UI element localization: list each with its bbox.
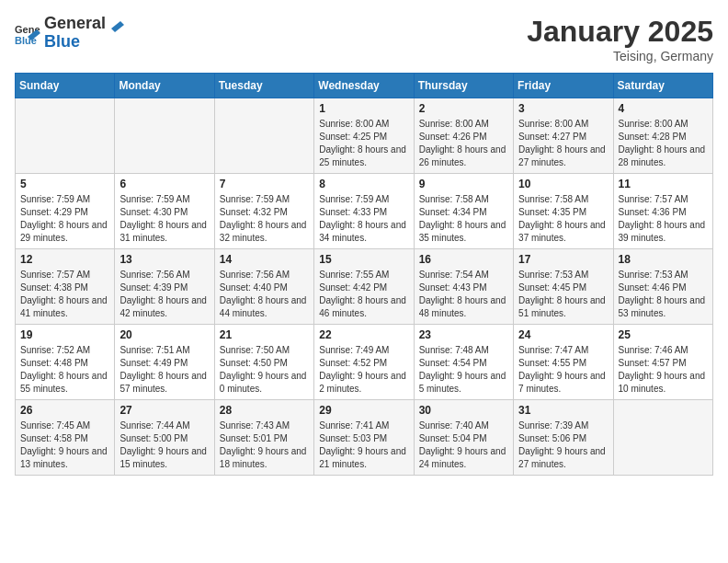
day-cell: 27Sunrise: 7:44 AMSunset: 5:00 PMDayligh… <box>115 400 214 476</box>
day-info: Sunrise: 7:51 AMSunset: 4:49 PMDaylight:… <box>119 344 209 396</box>
day-number: 12 <box>20 253 109 266</box>
day-number: 26 <box>20 404 109 417</box>
week-row-2: 5Sunrise: 7:59 AMSunset: 4:29 PMDaylight… <box>16 174 713 249</box>
day-cell: 20Sunrise: 7:51 AMSunset: 4:49 PMDayligh… <box>115 325 214 400</box>
day-number: 18 <box>619 253 708 266</box>
day-cell: 29Sunrise: 7:41 AMSunset: 5:03 PMDayligh… <box>314 400 414 476</box>
day-info: Sunrise: 7:55 AMSunset: 4:42 PMDaylight:… <box>319 269 408 320</box>
day-info: Sunrise: 8:00 AMSunset: 4:26 PMDaylight:… <box>419 118 508 169</box>
week-row-1: 1Sunrise: 8:00 AMSunset: 4:25 PMDaylight… <box>16 98 713 174</box>
day-info: Sunrise: 7:57 AMSunset: 4:38 PMDaylight:… <box>20 269 109 320</box>
day-cell: 10Sunrise: 7:58 AMSunset: 4:35 PMDayligh… <box>514 174 613 249</box>
day-number: 19 <box>20 328 109 341</box>
day-cell <box>115 98 214 174</box>
day-cell: 16Sunrise: 7:54 AMSunset: 4:43 PMDayligh… <box>414 249 513 325</box>
day-number: 8 <box>319 178 408 190</box>
day-info: Sunrise: 7:56 AMSunset: 4:39 PMDaylight:… <box>119 269 209 320</box>
day-info: Sunrise: 7:59 AMSunset: 4:32 PMDaylight:… <box>220 193 309 245</box>
day-number: 11 <box>619 178 708 190</box>
day-cell: 25Sunrise: 7:46 AMSunset: 4:57 PMDayligh… <box>613 325 712 400</box>
day-info: Sunrise: 7:59 AMSunset: 4:30 PMDaylight:… <box>119 193 209 245</box>
day-cell: 24Sunrise: 7:47 AMSunset: 4:55 PMDayligh… <box>514 325 613 400</box>
svg-text:Blue: Blue <box>15 35 37 46</box>
day-info: Sunrise: 7:39 AMSunset: 5:06 PMDaylight:… <box>518 419 608 471</box>
logo-text-general: General <box>44 15 106 33</box>
day-cell: 17Sunrise: 7:53 AMSunset: 4:45 PMDayligh… <box>514 249 613 325</box>
day-number: 3 <box>518 102 608 115</box>
calendar-table: SundayMondayTuesdayWednesdayThursdayFrid… <box>15 73 713 476</box>
week-row-4: 19Sunrise: 7:52 AMSunset: 4:48 PMDayligh… <box>16 325 713 400</box>
svg-marker-3 <box>111 21 124 32</box>
location: Teising, Germany <box>527 49 713 63</box>
week-row-5: 26Sunrise: 7:45 AMSunset: 4:58 PMDayligh… <box>16 400 713 476</box>
logo-icon: General Blue <box>15 20 40 46</box>
logo: General Blue General Blue <box>15 15 124 52</box>
logo-text-blue: Blue <box>44 33 124 52</box>
day-number: 2 <box>419 102 508 115</box>
day-number: 17 <box>518 253 608 266</box>
day-info: Sunrise: 7:58 AMSunset: 4:35 PMDaylight:… <box>518 193 608 245</box>
day-number: 16 <box>419 253 508 266</box>
day-info: Sunrise: 7:47 AMSunset: 4:55 PMDaylight:… <box>518 344 608 396</box>
day-cell: 19Sunrise: 7:52 AMSunset: 4:48 PMDayligh… <box>16 325 115 400</box>
day-number: 6 <box>119 178 209 190</box>
day-cell: 4Sunrise: 8:00 AMSunset: 4:28 PMDaylight… <box>613 98 712 174</box>
day-info: Sunrise: 7:53 AMSunset: 4:45 PMDaylight:… <box>518 269 608 320</box>
day-cell: 7Sunrise: 7:59 AMSunset: 4:32 PMDaylight… <box>214 174 313 249</box>
day-cell: 28Sunrise: 7:43 AMSunset: 5:01 PMDayligh… <box>214 400 313 476</box>
day-number: 20 <box>119 328 209 341</box>
day-number: 23 <box>419 328 508 341</box>
weekday-header-thursday: Thursday <box>414 74 513 98</box>
day-number: 15 <box>319 253 408 266</box>
day-info: Sunrise: 7:48 AMSunset: 4:54 PMDaylight:… <box>419 344 508 396</box>
day-number: 29 <box>319 404 408 417</box>
day-info: Sunrise: 7:46 AMSunset: 4:57 PMDaylight:… <box>619 344 708 396</box>
day-info: Sunrise: 7:44 AMSunset: 5:00 PMDaylight:… <box>119 419 209 471</box>
day-info: Sunrise: 7:49 AMSunset: 4:52 PMDaylight:… <box>319 344 408 396</box>
day-number: 24 <box>518 328 608 341</box>
day-cell: 6Sunrise: 7:59 AMSunset: 4:30 PMDaylight… <box>115 174 214 249</box>
day-cell: 3Sunrise: 8:00 AMSunset: 4:27 PMDaylight… <box>514 98 613 174</box>
day-cell: 21Sunrise: 7:50 AMSunset: 4:50 PMDayligh… <box>214 325 313 400</box>
day-cell: 8Sunrise: 7:59 AMSunset: 4:33 PMDaylight… <box>314 174 414 249</box>
day-cell: 9Sunrise: 7:58 AMSunset: 4:34 PMDaylight… <box>414 174 513 249</box>
day-info: Sunrise: 7:40 AMSunset: 5:04 PMDaylight:… <box>419 419 508 471</box>
page-header: General Blue General Blue January 2025 T… <box>15 15 713 63</box>
day-cell: 30Sunrise: 7:40 AMSunset: 5:04 PMDayligh… <box>414 400 513 476</box>
day-info: Sunrise: 8:00 AMSunset: 4:27 PMDaylight:… <box>518 118 608 169</box>
day-info: Sunrise: 8:00 AMSunset: 4:25 PMDaylight:… <box>319 118 408 169</box>
day-cell: 22Sunrise: 7:49 AMSunset: 4:52 PMDayligh… <box>314 325 414 400</box>
weekday-header-tuesday: Tuesday <box>214 74 313 98</box>
weekday-header-monday: Monday <box>115 74 214 98</box>
day-number: 27 <box>119 404 209 417</box>
day-number: 7 <box>220 178 309 190</box>
day-info: Sunrise: 7:41 AMSunset: 5:03 PMDaylight:… <box>319 419 408 471</box>
day-number: 5 <box>20 178 109 190</box>
day-cell: 15Sunrise: 7:55 AMSunset: 4:42 PMDayligh… <box>314 249 414 325</box>
day-info: Sunrise: 7:45 AMSunset: 4:58 PMDaylight:… <box>20 419 109 471</box>
day-info: Sunrise: 8:00 AMSunset: 4:28 PMDaylight:… <box>619 118 708 169</box>
day-cell: 2Sunrise: 8:00 AMSunset: 4:26 PMDaylight… <box>414 98 513 174</box>
day-info: Sunrise: 7:59 AMSunset: 4:29 PMDaylight:… <box>20 193 109 245</box>
day-cell: 11Sunrise: 7:57 AMSunset: 4:36 PMDayligh… <box>613 174 712 249</box>
weekday-header-sunday: Sunday <box>16 74 115 98</box>
day-info: Sunrise: 7:50 AMSunset: 4:50 PMDaylight:… <box>220 344 309 396</box>
day-cell: 1Sunrise: 8:00 AMSunset: 4:25 PMDaylight… <box>314 98 414 174</box>
day-cell: 18Sunrise: 7:53 AMSunset: 4:46 PMDayligh… <box>613 249 712 325</box>
day-cell: 26Sunrise: 7:45 AMSunset: 4:58 PMDayligh… <box>16 400 115 476</box>
logo-triangle-icon <box>108 16 124 32</box>
week-row-3: 12Sunrise: 7:57 AMSunset: 4:38 PMDayligh… <box>16 249 713 325</box>
day-number: 14 <box>220 253 309 266</box>
day-number: 22 <box>319 328 408 341</box>
day-number: 28 <box>220 404 309 417</box>
day-info: Sunrise: 7:58 AMSunset: 4:34 PMDaylight:… <box>419 193 508 245</box>
day-cell: 31Sunrise: 7:39 AMSunset: 5:06 PMDayligh… <box>514 400 613 476</box>
weekday-header-row: SundayMondayTuesdayWednesdayThursdayFrid… <box>16 74 713 98</box>
day-cell <box>214 98 313 174</box>
day-number: 31 <box>518 404 608 417</box>
day-info: Sunrise: 7:59 AMSunset: 4:33 PMDaylight:… <box>319 193 408 245</box>
day-cell <box>16 98 115 174</box>
day-info: Sunrise: 7:56 AMSunset: 4:40 PMDaylight:… <box>220 269 309 320</box>
day-number: 21 <box>220 328 309 341</box>
day-cell <box>613 400 712 476</box>
